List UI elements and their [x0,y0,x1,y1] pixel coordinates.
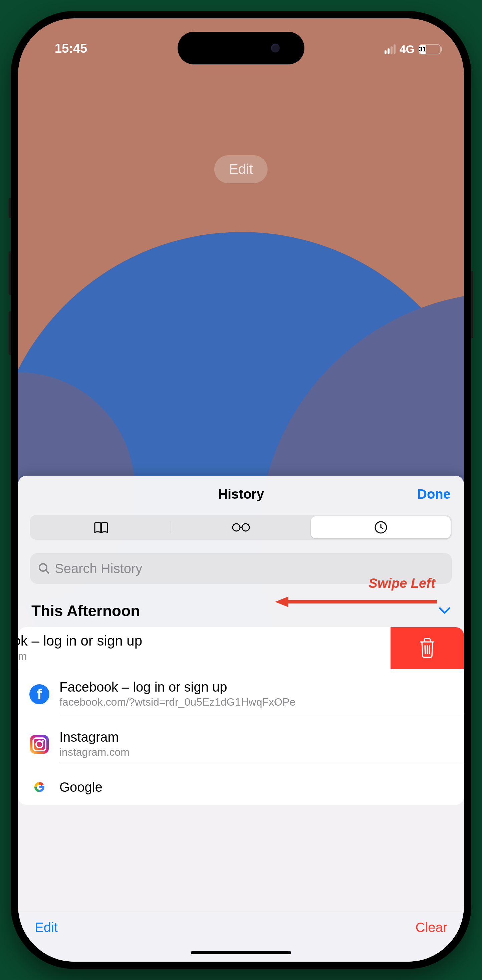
facebook-icon: f [29,684,49,704]
history-row[interactable]: f Facebook – log in or sign up facebook.… [18,669,464,719]
history-row-swiped[interactable]: acebook – log in or sign up ebook.com [18,627,464,669]
done-button[interactable]: Done [417,487,451,502]
tab-history[interactable] [311,516,451,538]
history-item-title: acebook – log in or sign up [18,633,347,649]
safari-startpage-edit-button[interactable]: Edit [214,155,268,183]
cellular-signal-icon [385,45,396,54]
google-icon [29,777,49,797]
history-item-title: Instagram [59,729,454,745]
search-placeholder: Search History [55,561,142,576]
history-item-subtitle: instagram.com [59,745,454,759]
dynamic-island [178,32,304,64]
clear-button[interactable]: Clear [415,920,447,935]
history-item-title: Google [59,780,454,795]
svg-point-1 [242,524,249,531]
tab-reading-list[interactable] [171,516,311,538]
glasses-icon [232,523,250,532]
search-icon [38,562,50,574]
bookmarks-segmented-control[interactable] [30,515,452,540]
book-icon [94,521,109,534]
history-item-subtitle: ebook.com [18,649,347,663]
trash-icon [418,638,437,659]
clock-icon [374,521,388,534]
history-item-title: Facebook – log in or sign up [59,679,454,695]
sheet-title: History [218,487,264,502]
history-row[interactable]: Google [18,769,464,805]
history-list: acebook – log in or sign up ebook.com f … [18,627,464,805]
history-item-subtitle: facebook.com/?wtsid=rdr_0u5Ez1dG1HwqFxOP… [59,695,454,709]
annotation-label: Swipe Left [369,576,435,591]
svg-point-3 [40,564,47,571]
svg-point-0 [233,524,240,531]
battery-icon: 31 [418,45,441,54]
swipe-left-arrow-icon [274,595,441,608]
home-indicator[interactable] [191,951,291,954]
edit-button[interactable]: Edit [35,920,58,935]
history-sheet: History Done [18,476,464,962]
tab-bookmarks[interactable] [31,516,171,538]
instagram-icon [30,735,49,754]
delete-button[interactable] [391,627,464,669]
network-type: 4G [399,43,415,56]
svg-marker-5 [275,597,288,607]
history-row[interactable]: Instagram instagram.com [18,719,464,769]
